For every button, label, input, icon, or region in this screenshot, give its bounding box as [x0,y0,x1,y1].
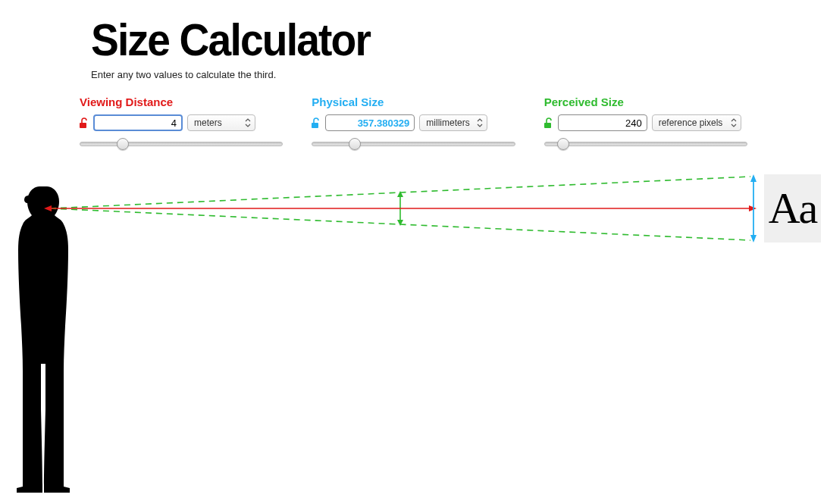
updown-icon [477,117,483,128]
sample-text-box: Aa [764,174,821,243]
perceived-size-group: Perceived Size reference pixels [544,95,747,146]
page-title: Size Calculator [91,14,370,66]
unlock-icon[interactable] [544,117,553,128]
unlock-icon[interactable] [80,117,89,128]
perceived-size-label: Perceived Size [544,95,747,108]
svg-marker-12 [750,174,757,182]
visualization-diagram: Aa [0,174,827,493]
svg-marker-9 [44,205,52,211]
physical-size-slider-thumb[interactable] [349,138,361,150]
physical-size-slider[interactable] [312,142,515,146]
sightline-diagram [44,174,757,250]
viewing-distance-label: Viewing Distance [80,95,283,108]
perceived-size-slider[interactable] [544,142,747,146]
svg-rect-0 [80,123,86,128]
updown-icon [245,117,251,128]
svg-marker-13 [750,235,757,243]
physical-size-unit-value: millimeters [426,117,469,128]
unlock-icon[interactable] [312,117,321,128]
svg-rect-1 [312,123,318,128]
svg-marker-10 [749,205,757,211]
svg-rect-2 [544,123,551,128]
physical-size-unit-select[interactable]: millimeters [419,114,487,131]
perceived-size-unit-value: reference pixels [659,117,723,128]
viewing-distance-unit-select[interactable]: meters [187,114,255,131]
physical-size-group: Physical Size millimeters [312,95,515,146]
physical-size-input[interactable] [325,114,415,131]
sample-text: Aa [769,186,817,230]
perceived-size-input[interactable] [558,114,647,131]
page-subtitle: Enter any two values to calculate the th… [91,69,394,80]
viewing-distance-group: Viewing Distance meters [80,95,283,146]
viewing-distance-input[interactable] [93,114,183,131]
physical-size-label: Physical Size [312,95,515,108]
viewing-distance-slider-thumb[interactable] [117,138,129,150]
viewing-distance-unit-value: meters [194,117,222,128]
perceived-size-slider-thumb[interactable] [557,138,569,150]
perceived-size-unit-select[interactable]: reference pixels [652,114,741,131]
updown-icon [731,117,737,128]
viewing-distance-slider[interactable] [80,142,283,146]
